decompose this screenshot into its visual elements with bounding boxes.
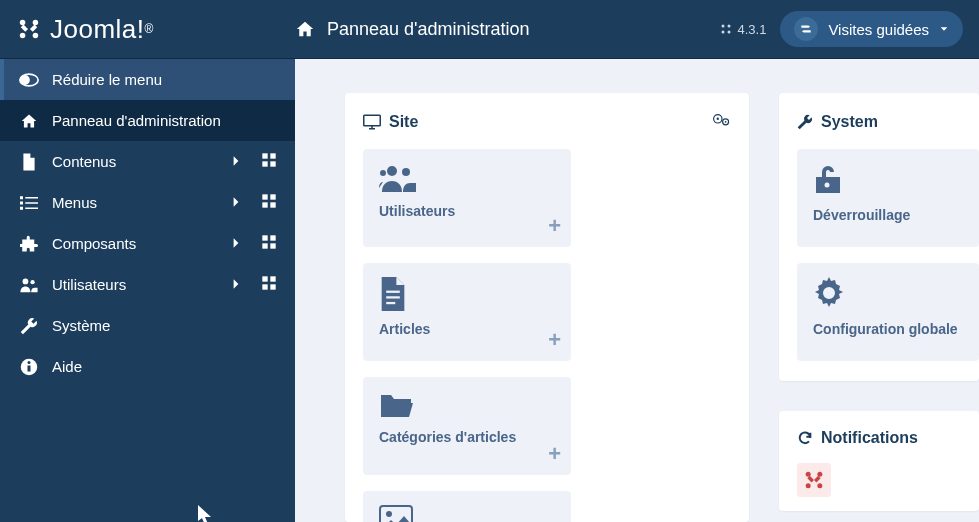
chevron-down-icon xyxy=(939,24,949,34)
sidebar-item-menus[interactable]: Menus xyxy=(0,182,295,223)
sidebar-item-label: Système xyxy=(52,317,110,334)
svg-point-43 xyxy=(402,168,410,176)
tile-checkin[interactable]: Déverrouillage xyxy=(797,149,979,247)
tile-add-button[interactable]: + xyxy=(548,327,561,353)
svg-rect-20 xyxy=(262,194,267,199)
wrench-icon xyxy=(18,317,40,335)
svg-rect-45 xyxy=(386,291,400,293)
topbar-right: 4.3.1 Visites guidées xyxy=(720,11,979,47)
home-icon xyxy=(18,113,40,129)
joomla-small-icon xyxy=(720,23,732,35)
sidebar-item-help[interactable]: Aide xyxy=(0,346,295,387)
sidebar-item-system[interactable]: Système xyxy=(0,305,295,346)
tile-users[interactable]: Utilisateurs + xyxy=(363,149,571,247)
svg-rect-16 xyxy=(20,201,23,204)
sidebar-item-components[interactable]: Composants xyxy=(0,223,295,264)
sidebar-item-content[interactable]: Contenus xyxy=(0,141,295,182)
chevron-right-icon xyxy=(232,276,240,293)
svg-rect-30 xyxy=(262,276,267,281)
tile-label: Articles xyxy=(379,321,557,337)
site-panel: Site Utilisateurs + Articles + xyxy=(345,93,749,522)
svg-rect-11 xyxy=(270,153,275,158)
file-icon xyxy=(18,153,40,171)
svg-point-0 xyxy=(20,20,26,26)
svg-point-2 xyxy=(20,33,26,38)
refresh-icon xyxy=(797,430,813,446)
sidebar-item-users[interactable]: Utilisateurs xyxy=(0,264,295,305)
svg-point-39 xyxy=(717,118,719,120)
tile-add-button[interactable]: + xyxy=(548,213,561,239)
svg-point-55 xyxy=(806,483,811,488)
tile-label: Déverrouillage xyxy=(813,207,979,223)
tile-add-button[interactable]: + xyxy=(548,441,561,467)
joomla-icon xyxy=(804,470,824,490)
panel-settings-icon[interactable] xyxy=(713,113,731,131)
wrench-icon xyxy=(797,114,813,130)
svg-point-29 xyxy=(30,280,34,284)
chevron-right-icon xyxy=(232,153,240,170)
svg-point-28 xyxy=(23,278,29,284)
tile-media[interactable]: Médias xyxy=(363,491,571,522)
system-panel: System Déverrouillage Configuration glob… xyxy=(779,93,979,381)
svg-point-44 xyxy=(380,170,386,176)
sidebar-item-label: Panneau d'administration xyxy=(52,112,221,129)
tile-label: Catégories d'articles xyxy=(379,429,557,445)
svg-rect-24 xyxy=(262,235,267,240)
tile-categories[interactable]: Catégories d'articles + xyxy=(363,377,571,475)
brand-logo: Joomla!® xyxy=(18,14,154,45)
svg-point-49 xyxy=(386,511,392,517)
sidebar-item-label: Utilisateurs xyxy=(52,276,126,293)
svg-rect-10 xyxy=(262,153,267,158)
svg-rect-12 xyxy=(262,161,267,166)
svg-rect-25 xyxy=(270,235,275,240)
svg-point-42 xyxy=(387,166,397,176)
users-icon xyxy=(18,277,40,293)
svg-point-52 xyxy=(825,183,830,188)
svg-point-3 xyxy=(33,33,38,38)
svg-point-41 xyxy=(725,121,727,123)
body: Réduire le menu Panneau d'administration… xyxy=(0,59,979,522)
svg-rect-37 xyxy=(364,115,381,126)
folder-open-icon xyxy=(379,391,415,419)
gear-icon xyxy=(813,277,845,309)
svg-point-1 xyxy=(33,20,38,26)
svg-rect-21 xyxy=(270,194,275,199)
users-icon xyxy=(379,163,419,193)
svg-point-54 xyxy=(817,472,822,477)
svg-rect-33 xyxy=(270,284,275,289)
unlock-icon xyxy=(813,163,843,195)
notification-joomla-item[interactable] xyxy=(797,463,831,497)
dashboard-link-icon[interactable] xyxy=(261,193,277,212)
version-indicator[interactable]: 4.3.1 xyxy=(720,22,766,37)
sidebar: Réduire le menu Panneau d'administration… xyxy=(0,59,295,522)
tile-label: Utilisateurs xyxy=(379,203,557,219)
sidebar-item-dashboard[interactable]: Panneau d'administration xyxy=(0,100,295,141)
dashboard-link-icon[interactable] xyxy=(261,152,277,171)
svg-rect-19 xyxy=(25,207,38,209)
tile-articles[interactable]: Articles + xyxy=(363,263,571,361)
guided-tours-label: Visites guidées xyxy=(828,21,929,38)
dashboard-link-icon[interactable] xyxy=(261,234,277,253)
sidebar-item-label: Menus xyxy=(52,194,97,211)
svg-rect-31 xyxy=(270,276,275,281)
guided-tours-button[interactable]: Visites guidées xyxy=(780,11,963,47)
svg-rect-35 xyxy=(28,365,31,371)
svg-rect-47 xyxy=(386,302,395,304)
svg-point-6 xyxy=(722,31,725,34)
sidebar-item-label: Contenus xyxy=(52,153,116,170)
svg-point-9 xyxy=(21,75,29,83)
notifications-panel: Notifications xyxy=(779,411,979,511)
svg-point-56 xyxy=(817,483,822,488)
notifications-title: Notifications xyxy=(821,429,918,447)
chevron-right-icon xyxy=(232,235,240,252)
svg-point-53 xyxy=(806,472,811,477)
svg-rect-27 xyxy=(270,243,275,248)
brand[interactable]: Joomla!® xyxy=(0,0,295,59)
svg-rect-48 xyxy=(380,506,412,522)
topbar: Joomla!® Panneau d'administration 4.3.1 … xyxy=(0,0,979,59)
svg-rect-26 xyxy=(262,243,267,248)
sidebar-collapse[interactable]: Réduire le menu xyxy=(0,59,295,100)
map-signs-icon xyxy=(794,17,818,41)
tile-global-config[interactable]: Configuration globale xyxy=(797,263,979,361)
dashboard-link-icon[interactable] xyxy=(261,275,277,294)
